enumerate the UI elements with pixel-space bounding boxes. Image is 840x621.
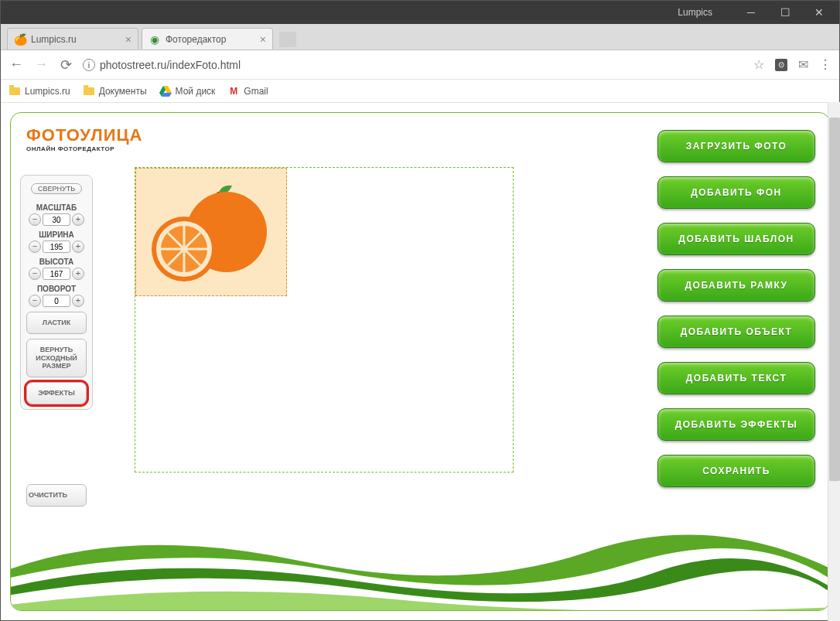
bookmark-label: Мой диск	[176, 86, 216, 97]
tab-strip: 🍊 Lumpics.ru × ◉ Фоторедактор ×	[1, 24, 839, 50]
plus-button[interactable]: +	[72, 295, 84, 307]
bookmarks-bar: Lumpics.ru Документы Мой диск M Gmail	[1, 80, 839, 103]
add-frame-button[interactable]: ДОБАВИТЬ РАМКУ	[657, 269, 815, 302]
tab-title: Lumpics.ru	[31, 34, 77, 45]
menu-icon[interactable]: ⋮	[819, 57, 831, 72]
bookmark-star-icon[interactable]: ☆	[753, 57, 764, 72]
right-actions-panel: ЗАГРУЗИТЬ ФОТО ДОБАВИТЬ ФОН ДОБАВИТЬ ШАБ…	[657, 130, 815, 487]
add-text-button[interactable]: ДОБАВИТЬ ТЕКСТ	[657, 362, 815, 394]
control-label: ШИРИНА	[24, 230, 89, 239]
editor-canvas[interactable]	[135, 167, 514, 473]
selected-image-object[interactable]	[135, 168, 287, 296]
add-background-button[interactable]: ДОБАВИТЬ ФОН	[657, 176, 815, 209]
height-value[interactable]: 167	[43, 268, 70, 280]
editor-frame: ФОТОУЛИЦА ОНЛАЙН ФОТОРЕДАКТОР СВЕРНУТЬ М…	[10, 112, 830, 611]
browser-window: Lumpics ─ ☐ ✕ 🍊 Lumpics.ru × ◉ Фоторедак…	[0, 0, 840, 621]
vertical-scrollbar[interactable]	[828, 102, 840, 621]
rotation-control: ПОВОРОТ − 0 +	[24, 285, 89, 307]
back-button[interactable]: ←	[9, 56, 24, 73]
bookmark-drive[interactable]: Мой диск	[159, 85, 216, 97]
folder-icon	[83, 85, 95, 97]
orange-image-icon	[145, 178, 277, 286]
collapse-button[interactable]: СВЕРНУТЬ	[31, 183, 82, 194]
new-tab-button[interactable]	[279, 32, 296, 47]
tab-close-icon[interactable]: ×	[260, 33, 266, 46]
logo: ФОТОУЛИЦА ОНЛАЙН ФОТОРЕДАКТОР	[26, 125, 142, 152]
drive-icon	[159, 85, 172, 97]
eraser-button[interactable]: ЛАСТИК	[26, 312, 87, 334]
address-bar: ← → ⟳ i photostreet.ru/indexFoto.html ☆ …	[1, 50, 839, 80]
save-button[interactable]: СОХРАНИТЬ	[657, 455, 815, 487]
logo-title: ФОТОУЛИЦА	[26, 125, 142, 145]
control-label: МАСШТАБ	[24, 203, 89, 212]
minus-button[interactable]: −	[29, 268, 41, 280]
add-template-button[interactable]: ДОБАВИТЬ ШАБЛОН	[657, 223, 815, 255]
bookmark-label: Документы	[99, 86, 147, 97]
orange-favicon-icon: 🍊	[14, 33, 26, 46]
window-maximize-button[interactable]: ☐	[768, 2, 802, 23]
bookmark-gmail[interactable]: M Gmail	[227, 85, 268, 97]
logo-subtitle: ОНЛАЙН ФОТОРЕДАКТОР	[26, 145, 142, 152]
window-titlebar: Lumpics ─ ☐ ✕	[1, 1, 839, 24]
tab-title: Фоторедактор	[166, 34, 226, 45]
folder-icon	[9, 85, 21, 97]
rotation-value[interactable]: 0	[43, 295, 70, 307]
add-effects-button[interactable]: ДОБАВИТЬ ЭФФЕКТЫ	[657, 408, 815, 441]
minus-button[interactable]: −	[29, 295, 41, 307]
control-label: ВЫСОТА	[24, 258, 89, 266]
scrollbar-thumb[interactable]	[829, 118, 840, 481]
browser-tab-2[interactable]: ◉ Фоторедактор ×	[142, 28, 273, 49]
plus-button[interactable]: +	[72, 213, 84, 226]
scale-value[interactable]: 30	[43, 213, 70, 226]
height-control: ВЫСОТА − 167 +	[24, 258, 89, 280]
upload-photo-button[interactable]: ЗАГРУЗИТЬ ФОТО	[657, 130, 815, 162]
mail-icon[interactable]: ✉	[798, 57, 808, 72]
key-icon[interactable]: ⊙	[775, 59, 787, 71]
url-field[interactable]: i photostreet.ru/indexFoto.html	[83, 59, 744, 71]
window-minimize-button[interactable]: ─	[734, 2, 768, 23]
bookmark-label: Lumpics.ru	[25, 86, 70, 97]
window-app-name: Lumpics	[678, 7, 712, 18]
plus-button[interactable]: +	[72, 241, 84, 253]
scale-control: МАСШТАБ − 30 +	[24, 203, 89, 226]
app-favicon-icon: ◉	[149, 33, 161, 46]
left-tools-panel: СВЕРНУТЬ МАСШТАБ − 30 + ШИРИНА − 195 +	[20, 175, 93, 410]
add-object-button[interactable]: ДОБАВИТЬ ОБЪЕКТ	[657, 316, 815, 348]
reload-button[interactable]: ⟳	[58, 56, 73, 73]
browser-tab-1[interactable]: 🍊 Lumpics.ru ×	[7, 28, 138, 49]
page-content: ФОТОУЛИЦА ОНЛАЙН ФОТОРЕДАКТОР СВЕРНУТЬ М…	[1, 103, 839, 620]
plus-button[interactable]: +	[72, 268, 84, 280]
effects-button[interactable]: ЭФФЕКТЫ	[26, 382, 87, 404]
control-label: ПОВОРОТ	[24, 285, 89, 293]
gmail-icon: M	[227, 85, 240, 97]
clear-button[interactable]: ОЧИСТИТЬ	[26, 484, 87, 507]
minus-button[interactable]: −	[29, 213, 41, 226]
bookmark-documents[interactable]: Документы	[83, 85, 147, 97]
url-text: photostreet.ru/indexFoto.html	[100, 59, 241, 71]
bookmark-label: Gmail	[244, 86, 268, 97]
decorative-wave	[10, 517, 830, 611]
minus-button[interactable]: −	[29, 241, 41, 253]
bookmark-lumpics[interactable]: Lumpics.ru	[9, 85, 70, 97]
window-close-button[interactable]: ✕	[802, 2, 836, 23]
tab-close-icon[interactable]: ×	[125, 33, 131, 46]
site-info-icon[interactable]: i	[83, 59, 95, 71]
width-value[interactable]: 195	[43, 241, 70, 253]
width-control: ШИРИНА − 195 +	[24, 230, 89, 253]
forward-button[interactable]: →	[33, 56, 49, 73]
svg-point-12	[181, 246, 187, 252]
restore-size-button[interactable]: ВЕРНУТЬ ИСХОДНЫЙ РАЗМЕР	[26, 339, 87, 377]
